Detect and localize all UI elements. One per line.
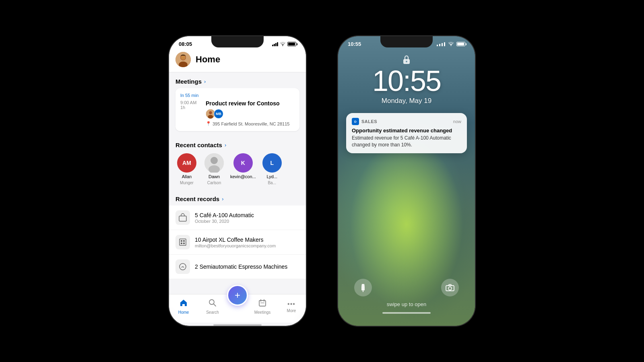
svg-point-24 <box>451 45 452 46</box>
notification-card[interactable]: D SALES now Opportunity estimated revenu… <box>346 113 467 153</box>
record-sub-2: milton@bestforyouorganicscompany.com <box>195 243 299 248</box>
meeting-card[interactable]: In 55 min 9:00 AM 1h Product review for … <box>175 88 299 131</box>
svg-point-4 <box>181 55 186 60</box>
lock-padlock-icon <box>402 54 411 65</box>
contact-item-1[interactable]: AM Allan Munger <box>175 153 198 185</box>
svg-point-26 <box>406 61 407 62</box>
notif-body: Estimated revenue for 5 Café A-100 Autom… <box>352 135 461 148</box>
meeting-time: 9:00 AM <box>180 100 202 105</box>
home-indicator-right <box>382 312 431 314</box>
record-name-2: 10 Airpot XL Coffee Makers <box>195 237 299 243</box>
swipe-hint: swipe up to open <box>387 301 426 307</box>
svg-point-0 <box>283 45 283 46</box>
bottom-nav: + Home Search <box>169 294 306 323</box>
contact-avatar-2 <box>204 153 224 173</box>
fab-add-button[interactable]: + <box>227 285 248 306</box>
meetings-chevron-icon: › <box>204 78 206 84</box>
record-name-3: 2 Semiautomatic Espresso Machines <box>195 263 299 270</box>
home-icon <box>179 298 188 309</box>
contact-name-4: Lyd... <box>267 174 278 179</box>
meeting-name: Product review for Contoso <box>206 100 295 107</box>
app-title: Home <box>196 54 220 65</box>
svg-point-32 <box>448 287 452 290</box>
meeting-location: 📍 395 Fairfield St. Mooresville, NC 2811… <box>206 121 295 126</box>
contact-item-2[interactable]: Dawn Carlson <box>203 153 225 185</box>
records-header[interactable]: Recent records › <box>169 190 306 206</box>
notif-app-icon: D <box>352 118 359 125</box>
recent-contacts-section: Recent contacts › AM Allan Munger <box>169 136 306 190</box>
left-phone: 08:05 <box>169 36 306 326</box>
nav-item-search[interactable]: Search <box>198 297 227 316</box>
meetings-header[interactable]: Meetings › <box>169 72 306 88</box>
svg-rect-16 <box>183 243 185 244</box>
scroll-content: Meetings › In 55 min 9:00 AM 1h Product … <box>169 72 306 294</box>
contact-name-3: kevin@con... <box>230 174 256 179</box>
user-avatar[interactable] <box>175 52 191 67</box>
more-icon: ••• <box>287 300 295 308</box>
record-info-1: 5 Café A-100 Automatic October 30, 2020 <box>195 212 299 224</box>
contact-item-4[interactable]: L Lyd... Ba... <box>261 153 283 185</box>
notif-header: D SALES now <box>352 118 461 125</box>
lock-status-time: 10:55 <box>348 41 361 47</box>
lock-status-bar: 10:55 <box>338 36 475 49</box>
record-item-1[interactable]: 5 Café A-100 Automatic October 30, 2020 <box>169 206 306 230</box>
status-icons-left <box>272 42 296 46</box>
nav-item-home[interactable]: Home <box>169 297 198 316</box>
nav-label-meetings: Meetings <box>254 310 271 315</box>
nav-label-more: More <box>287 309 296 313</box>
svg-rect-15 <box>181 243 182 244</box>
svg-rect-11 <box>179 216 186 221</box>
status-bar-left: 08:05 <box>169 36 306 49</box>
lock-status-icons <box>436 42 465 46</box>
record-item-2[interactable]: 10 Airpot XL Coffee Makers milton@bestfo… <box>169 230 306 255</box>
meeting-avatars: MB <box>206 109 295 119</box>
app-header: Home <box>169 49 306 72</box>
torch-button[interactable] <box>354 279 372 296</box>
svg-point-6 <box>209 111 212 114</box>
svg-rect-20 <box>259 300 266 306</box>
nav-item-meetings[interactable]: Meetings <box>248 297 277 316</box>
contact-sub-2: Carlson <box>207 181 221 185</box>
lock-battery-icon <box>456 42 465 46</box>
lock-bottom: swipe up to open <box>338 279 475 314</box>
lock-clock: 10:55 Monday, May 19 <box>338 66 475 105</box>
nav-item-more[interactable]: ••• More <box>277 299 306 315</box>
record-icon-2 <box>175 235 190 249</box>
svg-rect-29 <box>361 286 365 290</box>
lock-wifi-icon <box>448 42 454 46</box>
contact-item-3[interactable]: K kevin@con... <box>230 153 256 185</box>
records-chevron-icon: › <box>222 196 223 202</box>
location-icon: 📍 <box>206 121 211 126</box>
lock-clock-date: Monday, May 19 <box>338 97 475 105</box>
notif-title: Opportunity estimated revenue changed <box>352 128 461 134</box>
contact-sub-4: Ba... <box>268 181 276 185</box>
status-time-left: 08:05 <box>179 41 192 47</box>
svg-text:D: D <box>354 120 357 123</box>
meeting-duration: 1h <box>180 105 202 110</box>
camera-button[interactable] <box>441 279 459 296</box>
lock-icon-container <box>338 54 475 65</box>
lock-quick-actions <box>338 279 475 296</box>
records-list: 5 Café A-100 Automatic October 30, 2020 <box>169 206 306 279</box>
records-label: Recent records <box>175 195 219 202</box>
contacts-header[interactable]: Recent contacts › <box>169 136 306 152</box>
record-sub-1: October 30, 2020 <box>195 219 299 224</box>
record-item-3[interactable]: 2 Semiautomatic Espresso Machines <box>169 255 306 279</box>
contact-name-1: Allan <box>182 174 192 179</box>
lock-screen: 10:55 <box>338 36 475 326</box>
record-icon-1 <box>175 210 190 225</box>
lock-clock-time: 10:55 <box>338 66 475 95</box>
lock-signal-icon <box>436 42 446 46</box>
record-info-3: 2 Semiautomatic Espresso Machines <box>195 263 299 270</box>
contact-avatar-4: L <box>262 153 282 173</box>
svg-rect-13 <box>181 240 182 242</box>
wifi-icon <box>280 42 286 46</box>
right-phone: 10:55 <box>338 36 475 326</box>
record-icon-3 <box>175 259 190 274</box>
notif-app-info: D SALES <box>352 118 377 125</box>
nav-label-home: Home <box>178 310 189 315</box>
notif-time: now <box>453 119 461 124</box>
meeting-details: Product review for Contoso MB <box>206 100 295 126</box>
svg-point-9 <box>211 157 218 164</box>
svg-rect-12 <box>180 239 186 245</box>
